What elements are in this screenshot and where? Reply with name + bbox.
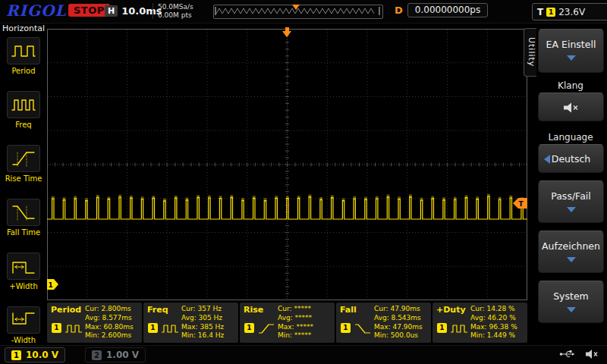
measure-item-menu: Horizontal Period Freq Rise Time (0, 23, 47, 345)
chevron-left-icon (544, 155, 550, 164)
waveform-area: T 1 (47, 29, 527, 300)
measurement-panel-fall: Fall 1 Cur: 47.90ms Avg: 8.543ms Max: 47… (336, 303, 431, 343)
io-setup-button[interactable]: EA Einstell (538, 29, 604, 73)
measurement-name: +Duty (436, 305, 466, 315)
trigger-position-marker[interactable] (282, 27, 292, 37)
plus-width-icon (7, 253, 40, 280)
delay-readout: D 0.00000000ps (395, 3, 488, 17)
rise-time-icon (7, 145, 40, 172)
menu-item-label: +Width (9, 282, 37, 290)
rigol-logo: RIGOL (6, 2, 67, 20)
measurement-panel-period: Period 1 Cur: 2.800ms Avg: 8.577ms Max: … (47, 303, 142, 343)
language-button[interactable]: Deutsch (538, 144, 604, 173)
svg-text:T: T (519, 200, 524, 208)
trigger-level-marker[interactable]: T (513, 198, 527, 209)
acquisition-info: 50.0MSa/s 6.00M pts (158, 3, 193, 20)
source-badge: 1 (437, 323, 447, 333)
io-setup-label: EA Einstell (539, 39, 603, 50)
min-value: Min: 16.4 Hz (181, 331, 237, 340)
scope-display: T 1 (47, 29, 527, 300)
measurement-readouts: Period 1 Cur: 2.800ms Avg: 8.577ms Max: … (47, 303, 527, 343)
avg-value: Avg: 8.577ms (85, 314, 140, 323)
channel-2-scale: 1.00 V (106, 350, 139, 360)
source-badge: 1 (52, 323, 61, 333)
pass-fail-button[interactable]: Pass/Fail (538, 180, 604, 223)
ch1-waveform-noise (52, 196, 524, 200)
channel-1-status[interactable]: 1 10.0 V (5, 347, 65, 362)
trigger-label: T (537, 7, 543, 17)
menu-item-period[interactable]: Period (0, 35, 47, 89)
system-button[interactable]: System (538, 281, 604, 323)
topbar-divider (153, 3, 153, 19)
min-value: Min: 500.0us (374, 331, 429, 340)
speaker-muted-icon (585, 349, 599, 359)
chevron-down-icon (567, 307, 576, 312)
menu-item-rise-time[interactable]: Rise Time (0, 143, 47, 196)
min-value: Min: 1.449 % (470, 331, 526, 340)
channel-1-badge: 1 (11, 350, 21, 360)
source-badge: 1 (244, 323, 254, 333)
fall-edge-icon (354, 322, 372, 334)
freq-icon (7, 91, 40, 118)
measurement-panel-duty: +Duty 1 Cur: 14.28 % Avg: 46.20 % Max: 9… (432, 303, 527, 343)
language-label: Language (534, 132, 607, 143)
horizontal-timebase[interactable]: H 10.0ms (105, 4, 162, 17)
max-value: Max: ***** (278, 323, 333, 332)
avg-value: Avg: ***** (278, 314, 333, 323)
max-value: Max: 96.38 % (470, 323, 526, 332)
cur-value: Cur: 47.90ms (374, 305, 429, 314)
usb-icon (559, 349, 576, 359)
trigger-source-badge: 1 (546, 8, 555, 17)
menu-item-label: Rise Time (5, 174, 42, 183)
measurement-panel-freq: Freq 1 Cur: 357 Hz Avg: 305 Hz Max: 385 … (143, 303, 238, 343)
record-button[interactable]: Aufzeichnen (538, 231, 604, 273)
measurement-panel-rise: Rise 1 Cur: ***** Avg: ***** Max: ***** … (240, 303, 335, 343)
channel-2-status[interactable]: 2 1.00 V (85, 347, 146, 362)
cur-value: Cur: 2.800ms (85, 305, 140, 314)
chevron-down-icon (567, 257, 576, 262)
max-value: Max: 385 Hz (181, 323, 237, 332)
channel-1-scale: 10.0 V (26, 350, 58, 360)
run-state-badge[interactable]: STOP (68, 4, 110, 17)
system-label: System (539, 290, 603, 302)
delay-value: 0.00000000ps (407, 3, 488, 17)
utility-softkey-menu: EA Einstell Klang Language Deutsch Pass/… (534, 23, 607, 345)
min-value: Min: ***** (278, 331, 333, 340)
memory-position-bar[interactable] (213, 5, 383, 19)
measurement-name: Rise (244, 305, 263, 315)
trigger-position-indicator (292, 5, 300, 10)
chevron-down-icon (567, 207, 576, 212)
max-value: Max: 60.80ms (85, 323, 140, 332)
measure-menu-title: Horizontal (0, 23, 47, 35)
source-badge: 1 (341, 323, 351, 333)
menu-item-fall-time[interactable]: Fall Time (0, 196, 47, 250)
ch1-ground-marker[interactable]: 1 (47, 279, 58, 290)
sound-button[interactable] (538, 93, 604, 121)
trigger-info[interactable]: T 1 23.6V (532, 3, 607, 20)
timebase-value: 10.0ms (121, 5, 162, 17)
status-icons (559, 349, 599, 359)
record-label: Aufzeichnen (539, 240, 603, 252)
menu-item-label: Period (11, 67, 35, 75)
menu-item-plus-width[interactable]: +Width (0, 250, 47, 304)
square-wave-icon (450, 322, 468, 334)
source-badge: 1 (148, 323, 158, 333)
rise-edge-icon (257, 322, 275, 334)
memory-depth: 6.00M pts (158, 11, 193, 20)
avg-value: Avg: 305 Hz (181, 314, 237, 323)
min-value: Min: 2.600ms (85, 331, 140, 340)
speaker-muted-icon (562, 102, 580, 114)
top-bar: RIGOL STOP H 10.0ms 50.0MSa/s 6.00M pts … (0, 0, 607, 24)
period-icon (7, 37, 40, 64)
measurement-name: Freq (147, 305, 168, 315)
h-label: H (105, 5, 118, 17)
delay-label: D (395, 5, 403, 16)
menu-item-freq[interactable]: Freq (0, 89, 47, 143)
trigger-level-value: 23.6V (558, 7, 585, 17)
square-wave-icon (161, 322, 179, 334)
graticule (48, 30, 527, 300)
menu-item-label: -Width (11, 336, 36, 344)
cur-value: Cur: 14.28 % (470, 305, 526, 314)
avg-value: Avg: 8.543ms (374, 314, 429, 323)
svg-text:1: 1 (49, 281, 53, 289)
